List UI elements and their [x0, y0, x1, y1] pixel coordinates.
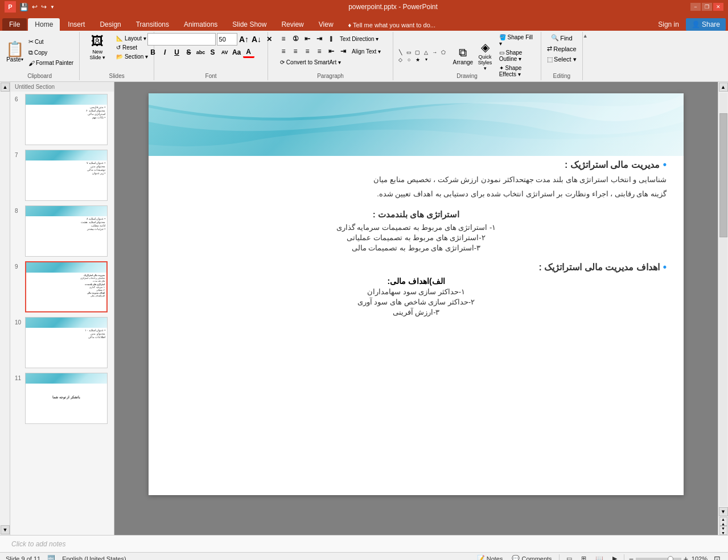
shape-star[interactable]: ★: [414, 56, 422, 63]
tab-file[interactable]: File: [2, 18, 27, 31]
share-btn[interactable]: 👤Share: [686, 18, 726, 31]
next-slide-btn[interactable]: ▼▼: [719, 526, 727, 535]
qa-redo[interactable]: ↪: [41, 3, 47, 11]
align-text-btn[interactable]: Align Text ▾: [349, 47, 383, 56]
slide-sorter-btn[interactable]: ⊞: [579, 554, 589, 560]
new-slide-btn[interactable]: 🖼 NewSlide ▾: [83, 33, 112, 61]
shape-triangle[interactable]: △: [422, 49, 430, 56]
bullets-btn[interactable]: ≡: [278, 33, 289, 44]
qa-undo[interactable]: ↩: [32, 3, 38, 11]
center-btn[interactable]: ≡: [290, 46, 301, 57]
shape-more[interactable]: ▾: [422, 56, 430, 63]
shape-pentagon[interactable]: ⬠: [439, 49, 447, 56]
shape-arrow[interactable]: →: [431, 49, 439, 56]
notes-btn[interactable]: 📝 Notes: [475, 554, 505, 560]
reading-view-btn[interactable]: 📖: [593, 554, 606, 560]
select-btn[interactable]: ⬚ Select ▾: [545, 55, 579, 64]
layout-btn[interactable]: 📐 Layout ▾: [114, 34, 150, 43]
strikethrough-btn[interactable]: S: [183, 47, 195, 58]
tab-animations[interactable]: Animations: [177, 18, 224, 31]
zoom-slider[interactable]: [636, 558, 681, 560]
zoom-in-btn[interactable]: +: [684, 554, 688, 561]
comments-btn[interactable]: 💬 Comments: [509, 554, 554, 560]
convert-smartart-btn[interactable]: ⟳ Convert to SmartArt ▾: [278, 58, 343, 67]
slide-item-9[interactable]: 9 مدیریت مالی استراتژیک شناسایی و انتخاب…: [10, 259, 114, 315]
tab-transitions[interactable]: Transitions: [129, 18, 176, 31]
increase-indent-btn[interactable]: ⇥: [314, 33, 325, 44]
quick-styles-btn[interactable]: ◈ QuickStyles ▾: [475, 39, 494, 72]
slideshow-btn[interactable]: ▶: [610, 554, 619, 560]
fit-slide-btn[interactable]: ⊡: [712, 554, 722, 561]
ltr-btn[interactable]: ⇥: [338, 46, 349, 57]
spell-check-icon[interactable]: 🔤: [47, 555, 55, 560]
section-btn[interactable]: 📂 Section ▾: [114, 52, 150, 61]
canvas-area[interactable]: • مدیریت مالی استراتژیک : شناسایی و انتخ…: [114, 82, 718, 535]
tab-view[interactable]: View: [312, 18, 340, 31]
qa-more[interactable]: ▼: [50, 5, 55, 10]
scroll-down-btn[interactable]: ▼: [1, 525, 10, 534]
paste-btn[interactable]: 📋 Paste ▾: [3, 40, 25, 64]
zoom-level[interactable]: 102%: [690, 555, 708, 561]
align-right-btn[interactable]: ≡: [302, 46, 313, 57]
tab-review[interactable]: Review: [274, 18, 310, 31]
tab-insert[interactable]: Insert: [61, 18, 92, 31]
rtl-btn[interactable]: ⇤: [326, 46, 337, 57]
close-btn[interactable]: ✕: [713, 3, 723, 11]
shape-line[interactable]: ╲: [397, 49, 405, 56]
prev-slide-btn[interactable]: ▲▲: [719, 517, 727, 526]
minimize-btn[interactable]: −: [690, 3, 701, 11]
sign-in-btn[interactable]: Sign in: [652, 18, 685, 31]
collapse-ribbon-btn[interactable]: ▲: [583, 32, 592, 80]
language-indicator[interactable]: English (United States): [62, 555, 126, 561]
font-shadow-btn[interactable]: S: [207, 47, 219, 58]
shape-diamond[interactable]: ◇: [397, 56, 405, 63]
underline-btn[interactable]: U: [171, 47, 183, 58]
scroll-bottom-btn[interactable]: ▼: [719, 507, 728, 516]
columns-btn[interactable]: ⫿: [326, 33, 337, 44]
justify-btn[interactable]: ≡: [314, 46, 325, 57]
restore-btn[interactable]: ❐: [702, 3, 712, 11]
scroll-up-btn[interactable]: ▲: [1, 83, 10, 92]
tab-design[interactable]: Design: [93, 18, 127, 31]
format-painter-btn[interactable]: 🖌Format Painter: [26, 59, 76, 68]
shape-outline-btn[interactable]: ▭ Shape Outline ▾: [497, 48, 538, 63]
qa-save[interactable]: 💾: [19, 3, 28, 11]
shape-rect[interactable]: ▭: [405, 49, 413, 56]
tab-home[interactable]: Home: [28, 18, 60, 31]
arrange-btn[interactable]: ⧉ Arrange: [453, 45, 473, 67]
slide-item-8[interactable]: 8 • عنوان اسلاید ۸ محتوای اسلاید هشت ادا…: [10, 203, 114, 259]
reset-btn[interactable]: ↺ Reset: [114, 43, 150, 52]
decrease-indent-btn[interactable]: ⇤: [302, 33, 313, 44]
font-size-input[interactable]: [217, 33, 237, 46]
font-name-input[interactable]: [147, 33, 216, 46]
slide-item-7[interactable]: 7 • عنوان اسلاید ۷ محتوای متن توضیحات ما…: [10, 147, 114, 203]
align-left-btn[interactable]: ≡: [278, 46, 289, 57]
bold-btn[interactable]: B: [147, 47, 159, 58]
scroll-thumb[interactable]: [719, 113, 727, 237]
slide-item-6[interactable]: 6 • متن فارسی محتوای اسلاید ۶ استراتژی م…: [10, 92, 114, 147]
cut-btn[interactable]: ✂Cut: [26, 37, 76, 47]
font-size2-btn[interactable]: Aa: [231, 47, 242, 58]
increase-font-btn[interactable]: A↑: [238, 34, 250, 45]
smallcaps-btn[interactable]: abc: [195, 47, 207, 58]
zoom-out-btn[interactable]: −: [629, 554, 634, 561]
slide-item-11[interactable]: 11 باتشکر از توجه شما: [10, 370, 114, 426]
normal-view-btn[interactable]: ▭: [564, 554, 574, 560]
scroll-top-btn[interactable]: ▲: [719, 83, 728, 92]
shape-circle[interactable]: ○: [405, 56, 413, 63]
char-spacing-btn[interactable]: AV: [219, 47, 231, 58]
italic-btn[interactable]: I: [159, 47, 171, 58]
replace-btn[interactable]: ⇄ Replace: [545, 44, 578, 53]
numbering-btn[interactable]: ①: [290, 33, 301, 44]
tab-slideshow[interactable]: Slide Show: [225, 18, 273, 31]
tab-help[interactable]: ♦ Tell me what you want to do...: [342, 19, 442, 31]
notes-bar[interactable]: Click to add notes: [0, 535, 728, 552]
decrease-font-btn[interactable]: A↓: [251, 34, 262, 45]
shape-rounded-rect[interactable]: ▢: [414, 49, 422, 56]
font-color-btn[interactable]: A: [243, 47, 254, 58]
copy-btn[interactable]: ⧉Copy: [26, 48, 76, 57]
shape-fill-btn[interactable]: 🪣 Shape Fill ▾: [497, 33, 538, 48]
slide-item-10[interactable]: 10 • عنوان اسلاید ۱۰ محتوا و متن اطلاعات…: [10, 315, 114, 370]
text-direction-btn[interactable]: Text Direction ▾: [338, 35, 381, 43]
find-btn[interactable]: 🔍 Find: [549, 33, 574, 43]
